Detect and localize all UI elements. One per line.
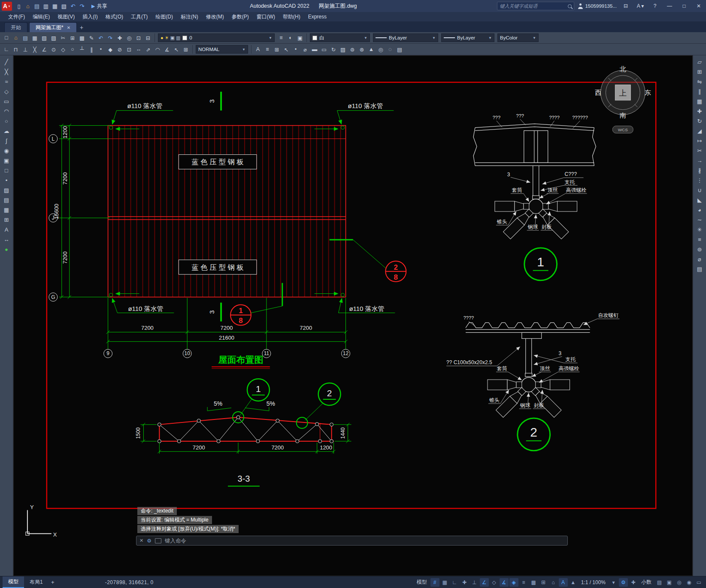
gradient-tool-icon[interactable]: ▤ <box>1 196 12 205</box>
draw-order-icon[interactable]: ▲ <box>367 45 376 54</box>
menu-edit[interactable]: 编辑(E) <box>29 12 54 21</box>
stretch-tool-icon[interactable]: ↦ <box>694 136 705 145</box>
snap-midpoint-icon[interactable]: ⊥ <box>21 45 30 54</box>
multiline-text-tool-icon[interactable]: A <box>1 225 12 234</box>
tolerance-icon[interactable]: ⊞ <box>181 45 191 54</box>
snap-tangent-icon[interactable]: ○ <box>68 45 77 54</box>
transparency-icon[interactable]: ▩ <box>529 578 538 587</box>
explode-tool-icon[interactable]: ✳ <box>694 225 705 234</box>
isolate-icon[interactable]: ◎ <box>376 45 385 54</box>
dim-aligned-icon[interactable]: ⇗ <box>143 45 153 54</box>
layer-states-icon[interactable]: ▣ <box>295 33 305 42</box>
spline-tool-icon[interactable]: ∫ <box>1 136 12 145</box>
tab-close-icon[interactable]: ✕ <box>67 25 70 30</box>
copy-tool-icon[interactable]: ⊞ <box>694 67 705 76</box>
menu-modify[interactable]: 修改(M) <box>202 12 228 21</box>
copy-icon[interactable]: ⊞ <box>68 33 77 42</box>
snap-none-icon[interactable]: ⊘ <box>115 45 124 54</box>
linetype-dropdown[interactable]: ByLayer ▼ <box>373 33 438 42</box>
circle-tool-icon[interactable]: ○ <box>1 117 12 126</box>
array-tool-icon[interactable]: ▦ <box>694 97 705 106</box>
line-tool-icon[interactable]: ╱ <box>1 57 12 66</box>
insert-block-tool-icon[interactable]: ▣ <box>1 156 12 165</box>
zoom-previous-icon[interactable]: ⊟ <box>143 33 153 42</box>
minimize-button[interactable]: — <box>664 1 675 11</box>
autocad-logo-button[interactable]: A▼ <box>2 2 12 11</box>
align-tool-icon[interactable]: ≡ <box>694 235 705 244</box>
plot-style-dropdown[interactable]: ByColor ▼ <box>497 33 539 42</box>
app-store-cart-icon[interactable]: ⊟ <box>620 1 631 11</box>
menu-window[interactable]: 窗口(W) <box>253 12 279 21</box>
menu-express[interactable]: Express <box>304 13 330 21</box>
new-layout-button[interactable]: + <box>48 579 57 585</box>
lock-ui-icon[interactable]: ▣ <box>665 578 674 587</box>
tab-drawing[interactable]: 网架施工图* ✕ <box>29 22 77 32</box>
drawing-limits-icon[interactable]: ▭ <box>319 45 329 54</box>
color-dropdown[interactable]: 白 ▼ <box>310 33 370 42</box>
polyline-tool-icon[interactable]: ≈ <box>1 77 12 86</box>
units-label[interactable]: 小数 <box>639 578 654 587</box>
model-tab[interactable]: 模型 <box>3 576 24 588</box>
extend-tool-icon[interactable]: → <box>694 156 705 165</box>
close-button[interactable]: ✕ <box>693 1 704 11</box>
quick-leader-icon[interactable]: ↖ <box>172 45 181 54</box>
snap-intersection-icon[interactable]: ╳ <box>30 45 39 54</box>
help-button[interactable]: ? <box>649 1 661 11</box>
zoom-window-icon[interactable]: ⊡ <box>134 33 143 42</box>
osnap-settings-icon[interactable]: ⊡ <box>124 45 134 54</box>
object-snap-icon[interactable]: ◈ <box>509 578 518 587</box>
redo-icon[interactable]: ↷ <box>78 2 86 10</box>
lineweight-dropdown[interactable]: ByLayer ▼ <box>441 33 494 42</box>
ortho-mode-icon[interactable]: ⊥ <box>470 578 479 587</box>
lineweight-display-icon[interactable]: ≡ <box>519 578 528 587</box>
dim-angular-icon[interactable]: ∡ <box>162 45 172 54</box>
scale-tool-icon[interactable]: ◢ <box>694 127 705 136</box>
plot-icon[interactable]: ▦ <box>51 2 59 10</box>
snap-extension-icon[interactable]: ∠ <box>39 45 49 54</box>
redo-icon[interactable]: ↷ <box>106 33 115 42</box>
share-button[interactable]: ▶ 共享 <box>89 3 109 10</box>
polygon-tool-icon[interactable]: ◇ <box>1 87 12 96</box>
graphics-performance-icon[interactable]: ◉ <box>685 578 694 587</box>
help-search-input[interactable] <box>500 3 566 9</box>
dynamic-ucs-icon[interactable]: ⌂ <box>549 578 558 587</box>
dimension-tool-icon[interactable]: ↔ <box>1 235 12 244</box>
measure-tool-icon[interactable]: ⌀ <box>694 255 705 264</box>
chamfer-tool-icon[interactable]: ◣ <box>694 196 705 205</box>
object-snap-tracking-icon[interactable]: ∡ <box>500 578 509 587</box>
open-file-icon[interactable]: ⌂ <box>24 2 32 10</box>
fill-mode-icon[interactable]: ▨ <box>338 45 348 54</box>
dim-radius-icon[interactable]: ◠ <box>153 45 162 54</box>
regen-icon[interactable]: ↻ <box>329 45 338 54</box>
point-style-icon[interactable]: • <box>291 45 300 54</box>
dim-linear-icon[interactable]: ↔ <box>134 45 143 54</box>
annotation-monitor-icon[interactable]: ✚ <box>629 578 638 587</box>
selection-cycling-icon[interactable]: ⊞ <box>539 578 548 587</box>
table-style-icon[interactable]: ⊞ <box>272 45 282 54</box>
plot-icon[interactable]: ▦ <box>30 33 39 42</box>
save-icon[interactable]: ▤ <box>21 33 30 42</box>
ellipse-tool-icon[interactable]: ◉ <box>1 146 12 155</box>
trim-tool-icon[interactable]: ✂ <box>694 146 705 155</box>
isolate-objects-icon[interactable]: ◎ <box>675 578 684 587</box>
properties-tool-icon[interactable]: ▤ <box>694 265 705 274</box>
ungroup-icon[interactable]: ⊛ <box>357 45 367 54</box>
table-tool-icon[interactable]: ⊞ <box>1 215 12 224</box>
menu-parametric[interactable]: 参数(P) <box>228 12 253 21</box>
menu-help[interactable]: 帮助(H) <box>279 12 304 21</box>
join-tool-icon[interactable]: ∪ <box>694 186 705 195</box>
maximize-button[interactable]: □ <box>679 1 690 11</box>
rotate-tool-icon[interactable]: ↻ <box>694 117 705 126</box>
blend-tool-icon[interactable]: ∼ <box>694 215 705 224</box>
color-dot-icon[interactable]: ● <box>1 245 12 254</box>
revision-cloud-tool-icon[interactable]: ☁ <box>1 127 12 136</box>
rectangle-tool-icon[interactable]: ▭ <box>1 97 12 106</box>
match-properties-icon[interactable]: ✎ <box>87 33 96 42</box>
paste-icon[interactable]: ▩ <box>77 33 87 42</box>
save-all-icon[interactable]: ▥ <box>42 2 50 10</box>
erase-tool-icon[interactable]: ▱ <box>694 57 705 66</box>
grid-display-icon[interactable]: # <box>430 578 439 587</box>
command-customize-icon[interactable]: ⚙ <box>147 538 152 544</box>
menu-tools[interactable]: 工具(T) <box>127 12 152 21</box>
command-close-icon[interactable]: ✕ <box>139 538 143 543</box>
